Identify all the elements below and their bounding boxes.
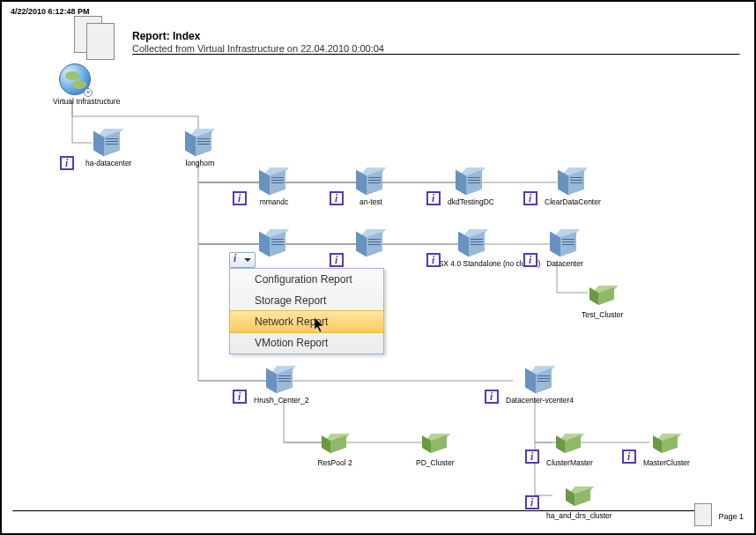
node-hidden-1[interactable] <box>254 229 294 259</box>
node-clustermaster[interactable]: ClusterMaster <box>546 434 593 467</box>
cluster-icon <box>649 434 684 455</box>
node-respool2[interactable]: ResPool 2 <box>317 434 352 467</box>
report-page: 4/22/2010 6:12:48 PM Report: Index Colle… <box>0 0 756 535</box>
header-thumbnail-icon <box>74 16 123 65</box>
server-icon <box>545 229 585 257</box>
cluster-icon <box>561 487 597 508</box>
menu-item-configuration-report[interactable]: Configuration Report <box>230 269 383 290</box>
node-mastercluster[interactable]: MasterCluster <box>643 434 690 467</box>
report-context-menu: Configuration Report Storage Report Netw… <box>229 268 384 354</box>
server-icon <box>351 229 391 257</box>
node-label: an-test <box>351 197 391 206</box>
server-icon <box>453 229 493 257</box>
node-hidden-2[interactable] <box>351 229 391 259</box>
menu-item-network-report[interactable]: Network Report <box>229 310 384 333</box>
node-label: mmandc <box>254 197 294 206</box>
cluster-icon <box>552 434 587 455</box>
info-icon[interactable] <box>525 495 539 509</box>
node-label: PD_Cluster <box>416 458 454 467</box>
node-label: ClusterMaster <box>546 458 593 467</box>
info-icon[interactable] <box>426 191 441 205</box>
server-icon <box>254 229 294 257</box>
timestamp: 4/22/2010 6:12:48 PM <box>11 7 90 16</box>
node-label: Datacenter-vcenter4 <box>506 396 574 405</box>
node-label: Datacenter <box>545 259 585 268</box>
cluster-icon <box>585 286 620 307</box>
node-mmandc[interactable]: mmandc <box>254 167 294 206</box>
menu-item-vmotion-report[interactable]: VMotion Report <box>230 332 383 353</box>
node-an-test[interactable]: an-test <box>351 167 391 206</box>
node-longhorn[interactable]: longhorn <box>180 129 220 167</box>
server-icon <box>351 167 391 196</box>
info-icon[interactable] <box>330 191 344 205</box>
info-icon[interactable] <box>525 450 539 464</box>
node-test-cluster[interactable]: Test_Cluster <box>582 286 623 319</box>
server-icon <box>261 366 301 394</box>
node-label: ResPool 2 <box>317 458 352 467</box>
server-icon <box>180 129 220 157</box>
node-label: dkdTestingDC <box>448 197 494 206</box>
node-cleardatacenter[interactable]: ClearDataCenter <box>545 167 601 206</box>
globe-icon: × <box>59 63 91 95</box>
info-icon[interactable] <box>60 156 74 170</box>
node-label: ESX 4.0 Standalone (no cluster) <box>434 259 513 268</box>
info-icon[interactable] <box>426 253 441 267</box>
node-ha-datacenter[interactable]: ha-datacenter <box>85 129 131 167</box>
node-label: Virtual Infrastructure <box>53 97 97 106</box>
footer-divider <box>12 510 703 512</box>
info-icon[interactable] <box>233 191 247 205</box>
node-esx40[interactable]: ESX 4.0 Standalone (no cluster) <box>434 229 513 268</box>
node-label: longhorn <box>180 159 220 167</box>
report-header: Report: Index Collected from Virtual Inf… <box>132 30 384 54</box>
info-icon[interactable] <box>622 450 636 464</box>
server-icon <box>88 129 129 157</box>
server-icon <box>520 366 560 394</box>
report-title: Report: Index <box>132 30 384 42</box>
info-icon[interactable] <box>330 253 344 267</box>
node-label: Hrush_Center_2 <box>254 396 308 405</box>
server-icon <box>450 167 491 196</box>
node-hrush-center-2[interactable]: Hrush_Center_2 <box>254 366 308 405</box>
node-datacenter[interactable]: Datacenter <box>545 229 585 268</box>
info-icon[interactable] <box>523 253 537 267</box>
info-icon[interactable] <box>485 390 499 404</box>
node-label: ha_and_drs_cluster <box>546 511 612 520</box>
node-label: ha-datacenter <box>85 159 131 167</box>
node-label: ClearDataCenter <box>545 197 601 206</box>
header-divider <box>132 54 740 56</box>
node-label: Test_Cluster <box>582 310 623 319</box>
report-subtitle: Collected from Virtual Infrastructure on… <box>132 43 384 54</box>
info-dropdown-button[interactable] <box>229 252 256 268</box>
info-icon[interactable] <box>523 191 537 205</box>
cluster-icon <box>317 434 352 455</box>
server-icon <box>254 167 294 196</box>
server-icon <box>552 167 593 196</box>
footer-thumbnail-icon <box>694 503 712 526</box>
node-label: MasterCluster <box>643 458 690 467</box>
node-virtual-infrastructure[interactable]: × Virtual Infrastructure <box>53 63 97 106</box>
info-icon[interactable] <box>233 390 247 404</box>
node-ha-and-drs-cluster[interactable]: ha_and_drs_cluster <box>546 487 612 520</box>
page-number: Page 1 <box>718 512 744 521</box>
node-pd-cluster[interactable]: PD_Cluster <box>416 434 454 467</box>
cluster-icon <box>418 434 453 455</box>
node-datacenter-vcenter4[interactable]: Datacenter-vcenter4 <box>506 366 574 405</box>
node-dkdtestingdc[interactable]: dkdTestingDC <box>448 167 494 206</box>
menu-item-storage-report[interactable]: Storage Report <box>230 290 383 311</box>
